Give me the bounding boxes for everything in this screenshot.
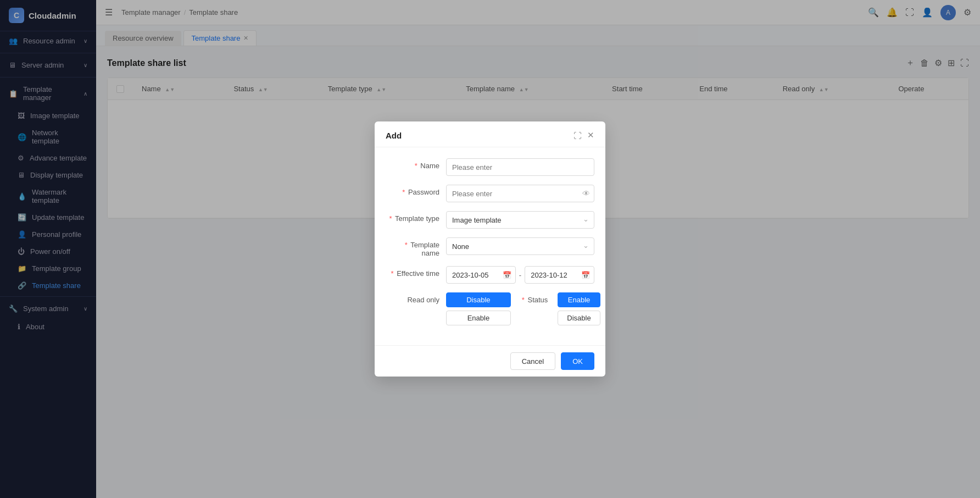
required-star: * bbox=[391, 269, 394, 278]
form-row-template-name: * Template name None bbox=[386, 237, 594, 257]
required-star: * bbox=[389, 214, 392, 223]
date-range: 📅 - 📅 bbox=[446, 266, 594, 284]
status-radio-group: Enable Disable bbox=[558, 292, 600, 325]
read-only-status-group: Disable Enable * Status Enable Disable bbox=[446, 292, 594, 325]
read-only-enable-btn[interactable]: Enable bbox=[446, 311, 511, 325]
modal-close-icon[interactable]: ✕ bbox=[587, 130, 594, 140]
template-name-select-wrapper: None bbox=[446, 237, 594, 255]
modal-footer: Cancel OK bbox=[375, 345, 605, 377]
modal-body: * Name * Password 👁 * bbox=[375, 147, 605, 345]
read-only-radio-group: Disable Enable bbox=[446, 292, 511, 325]
name-input[interactable] bbox=[446, 158, 594, 176]
effective-time-label: * Effective time bbox=[386, 266, 446, 278]
template-name-label: * Template name bbox=[386, 237, 446, 257]
required-star: * bbox=[415, 162, 417, 170]
template-name-select[interactable]: None bbox=[446, 237, 594, 255]
form-row-name: * Name bbox=[386, 158, 594, 176]
form-row-password: * Password 👁 bbox=[386, 185, 594, 202]
status-group: * Status Enable Disable bbox=[522, 292, 594, 325]
form-row-template-type: * Template type Image template Network t… bbox=[386, 211, 594, 229]
required-star: * bbox=[402, 188, 405, 196]
end-date-input[interactable] bbox=[525, 266, 594, 284]
read-only-label: Read only bbox=[386, 292, 446, 304]
read-only-disable-btn[interactable]: Disable bbox=[446, 292, 511, 307]
modal-header: Add ⛶ ✕ bbox=[375, 121, 605, 147]
status-label-inline: * Status bbox=[522, 292, 555, 304]
add-modal: Add ⛶ ✕ * Name * Password bbox=[375, 121, 605, 377]
template-type-label: * Template type bbox=[386, 211, 446, 223]
modal-expand-icon[interactable]: ⛶ bbox=[573, 131, 582, 140]
required-star: * bbox=[405, 241, 408, 249]
end-date-wrapper: 📅 bbox=[525, 266, 594, 284]
eye-icon[interactable]: 👁 bbox=[582, 189, 590, 198]
template-type-select-wrapper: Image template Network template Advance … bbox=[446, 211, 594, 229]
date-separator: - bbox=[519, 271, 521, 279]
modal-header-actions: ⛶ ✕ bbox=[573, 130, 594, 140]
modal-title: Add bbox=[386, 131, 402, 140]
cancel-button[interactable]: Cancel bbox=[510, 352, 555, 370]
ok-button[interactable]: OK bbox=[561, 352, 594, 370]
password-input[interactable] bbox=[446, 185, 594, 202]
modal-overlay[interactable]: Add ⛶ ✕ * Name * Password bbox=[0, 0, 980, 498]
name-label: * Name bbox=[386, 158, 446, 170]
form-row-effective-time: * Effective time 📅 - 📅 bbox=[386, 266, 594, 284]
password-label: * Password bbox=[386, 185, 446, 196]
form-row-readonly-status: Read only Disable Enable * Status Enable bbox=[386, 292, 594, 325]
password-wrapper: 👁 bbox=[446, 185, 594, 202]
status-disable-btn[interactable]: Disable bbox=[558, 311, 600, 325]
required-star: * bbox=[522, 296, 525, 304]
status-enable-btn[interactable]: Enable bbox=[558, 292, 600, 307]
start-date-input[interactable] bbox=[446, 266, 516, 284]
start-date-wrapper: 📅 bbox=[446, 266, 516, 284]
template-type-select[interactable]: Image template Network template Advance … bbox=[446, 211, 594, 229]
